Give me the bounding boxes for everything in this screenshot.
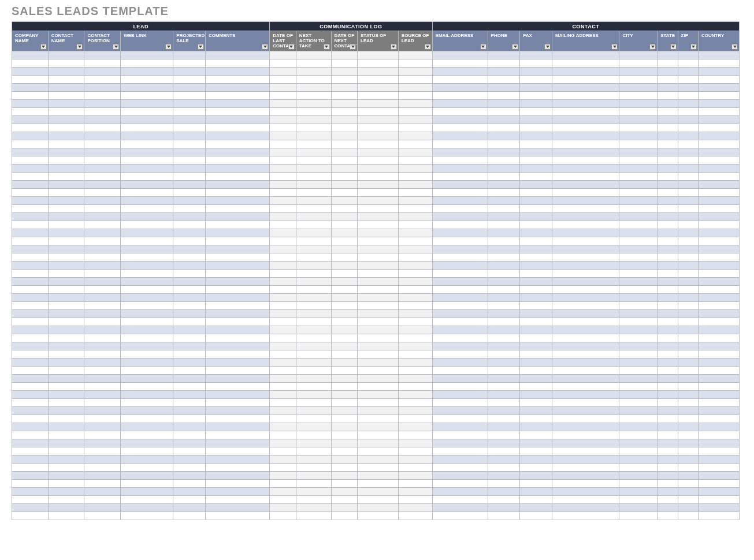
cell-city[interactable] — [619, 495, 658, 503]
cell-contact_position[interactable] — [84, 455, 121, 463]
cell-date_last_contact[interactable] — [270, 188, 296, 196]
cell-date_next_contact[interactable] — [331, 91, 358, 99]
cell-date_next_contact[interactable] — [331, 471, 358, 479]
cell-date_next_contact[interactable] — [331, 415, 358, 423]
cell-country[interactable] — [698, 512, 739, 520]
cell-mailing_address[interactable] — [552, 447, 619, 455]
cell-next_action[interactable] — [296, 59, 331, 67]
cell-phone[interactable] — [488, 132, 520, 140]
cell-fax[interactable] — [520, 455, 552, 463]
cell-company_name[interactable] — [12, 318, 49, 326]
cell-contact_name[interactable] — [48, 253, 84, 261]
cell-projected_sale[interactable] — [173, 495, 206, 503]
cell-comments[interactable] — [205, 326, 269, 334]
cell-company_name[interactable] — [12, 415, 49, 423]
cell-web_link[interactable] — [121, 99, 173, 107]
cell-next_action[interactable] — [296, 471, 331, 479]
cell-fax[interactable] — [520, 431, 552, 439]
cell-email_address[interactable] — [432, 463, 488, 471]
cell-date_last_contact[interactable] — [270, 237, 296, 245]
cell-city[interactable] — [619, 204, 658, 212]
cell-city[interactable] — [619, 269, 658, 277]
cell-zip[interactable] — [678, 261, 698, 269]
cell-zip[interactable] — [678, 99, 698, 107]
cell-state[interactable] — [658, 398, 678, 406]
cell-contact_position[interactable] — [84, 301, 121, 309]
filter-dropdown-icon[interactable] — [113, 44, 119, 50]
cell-company_name[interactable] — [12, 196, 49, 204]
cell-date_next_contact[interactable] — [331, 261, 358, 269]
cell-date_last_contact[interactable] — [270, 148, 296, 156]
cell-phone[interactable] — [488, 91, 520, 99]
cell-phone[interactable] — [488, 212, 520, 221]
cell-projected_sale[interactable] — [173, 75, 206, 83]
cell-fax[interactable] — [520, 487, 552, 495]
cell-fax[interactable] — [520, 471, 552, 479]
cell-source_of_lead[interactable] — [398, 326, 432, 334]
cell-email_address[interactable] — [432, 318, 488, 326]
cell-date_last_contact[interactable] — [270, 293, 296, 301]
cell-zip[interactable] — [678, 301, 698, 309]
cell-web_link[interactable] — [121, 471, 173, 479]
cell-comments[interactable] — [205, 107, 269, 115]
cell-status_of_lead[interactable] — [358, 455, 399, 463]
filter-dropdown-icon[interactable] — [324, 44, 330, 50]
cell-city[interactable] — [619, 83, 658, 91]
cell-company_name[interactable] — [12, 180, 49, 188]
cell-projected_sale[interactable] — [173, 309, 206, 318]
cell-web_link[interactable] — [121, 318, 173, 326]
column-header-web_link[interactable]: WEB LINK — [121, 31, 173, 51]
cell-mailing_address[interactable] — [552, 212, 619, 221]
filter-dropdown-icon[interactable] — [40, 44, 47, 50]
cell-next_action[interactable] — [296, 447, 331, 455]
cell-zip[interactable] — [678, 390, 698, 398]
cell-next_action[interactable] — [296, 463, 331, 471]
cell-fax[interactable] — [520, 277, 552, 285]
cell-email_address[interactable] — [432, 196, 488, 204]
cell-projected_sale[interactable] — [173, 326, 206, 334]
cell-city[interactable] — [619, 172, 658, 180]
cell-country[interactable] — [698, 455, 739, 463]
cell-phone[interactable] — [488, 301, 520, 309]
cell-country[interactable] — [698, 374, 739, 382]
cell-source_of_lead[interactable] — [398, 91, 432, 99]
cell-comments[interactable] — [205, 447, 269, 455]
cell-status_of_lead[interactable] — [358, 342, 399, 350]
cell-country[interactable] — [698, 91, 739, 99]
cell-country[interactable] — [698, 51, 739, 59]
cell-comments[interactable] — [205, 51, 269, 59]
cell-status_of_lead[interactable] — [358, 415, 399, 423]
cell-country[interactable] — [698, 471, 739, 479]
cell-source_of_lead[interactable] — [398, 487, 432, 495]
cell-status_of_lead[interactable] — [358, 172, 399, 180]
cell-next_action[interactable] — [296, 196, 331, 204]
cell-contact_name[interactable] — [48, 326, 84, 334]
cell-next_action[interactable] — [296, 269, 331, 277]
cell-projected_sale[interactable] — [173, 463, 206, 471]
cell-state[interactable] — [658, 148, 678, 156]
cell-source_of_lead[interactable] — [398, 237, 432, 245]
cell-state[interactable] — [658, 326, 678, 334]
cell-date_next_contact[interactable] — [331, 301, 358, 309]
cell-zip[interactable] — [678, 245, 698, 253]
cell-contact_position[interactable] — [84, 293, 121, 301]
cell-web_link[interactable] — [121, 285, 173, 293]
cell-date_next_contact[interactable] — [331, 140, 358, 148]
cell-date_last_contact[interactable] — [270, 172, 296, 180]
cell-email_address[interactable] — [432, 406, 488, 415]
cell-projected_sale[interactable] — [173, 455, 206, 463]
cell-phone[interactable] — [488, 423, 520, 431]
cell-next_action[interactable] — [296, 148, 331, 156]
cell-fax[interactable] — [520, 406, 552, 415]
cell-mailing_address[interactable] — [552, 503, 619, 512]
cell-email_address[interactable] — [432, 366, 488, 374]
cell-company_name[interactable] — [12, 99, 49, 107]
cell-comments[interactable] — [205, 180, 269, 188]
cell-status_of_lead[interactable] — [358, 261, 399, 269]
filter-dropdown-icon[interactable] — [512, 44, 518, 50]
cell-country[interactable] — [698, 390, 739, 398]
cell-next_action[interactable] — [296, 415, 331, 423]
cell-status_of_lead[interactable] — [358, 479, 399, 487]
cell-fax[interactable] — [520, 212, 552, 221]
cell-zip[interactable] — [678, 115, 698, 124]
